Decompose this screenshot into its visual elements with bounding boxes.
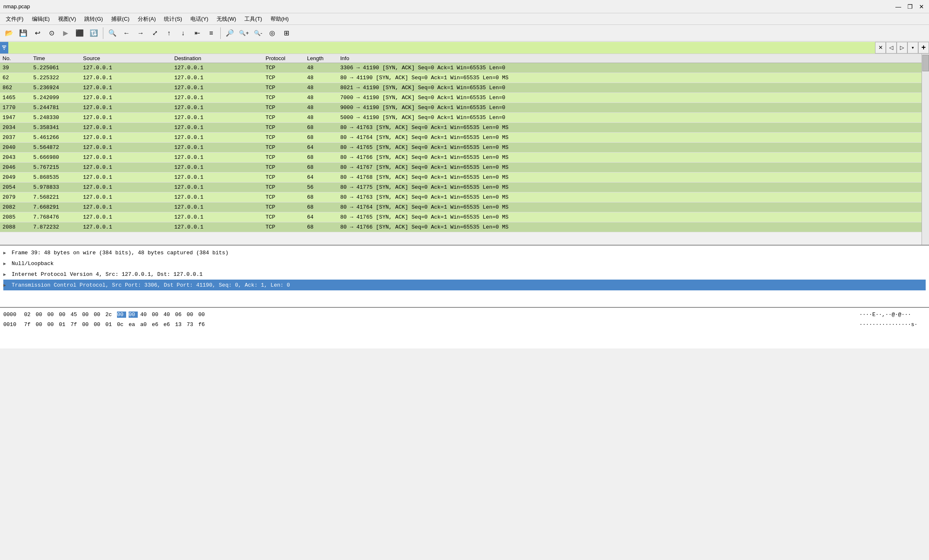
detail-row[interactable]: ▶Frame 39: 48 bytes on wire (384 bits), …: [3, 247, 926, 258]
restart-button[interactable]: 🔃: [87, 27, 100, 40]
menu-item-f[interactable]: 文件(F): [2, 15, 28, 24]
maximize-button[interactable]: ❐: [906, 2, 914, 11]
hex-byte[interactable]: e6: [152, 321, 161, 328]
hex-byte[interactable]: 7f: [71, 321, 80, 328]
detail-row[interactable]: ▶Null/Loopback: [3, 258, 926, 269]
table-row[interactable]: 2034 5.358341 127.0.0.1 127.0.0.1 TCP 68…: [0, 123, 922, 133]
hex-byte[interactable]: 2c: [105, 312, 115, 318]
table-row[interactable]: 2085 7.768476 127.0.0.1 127.0.0.1 TCP 64…: [0, 212, 922, 222]
table-row[interactable]: 2046 5.767215 127.0.0.1 127.0.0.1 TCP 68…: [0, 163, 922, 173]
hex-byte[interactable]: 00: [187, 312, 196, 318]
menu-item-c[interactable]: 捕获(C): [107, 15, 134, 24]
menu-item-e[interactable]: 编辑(E): [28, 15, 54, 24]
stop-capture-button[interactable]: ⬛: [73, 27, 86, 40]
cell-length: 68: [307, 194, 340, 200]
table-row[interactable]: 2049 5.868535 127.0.0.1 127.0.0.1 TCP 64…: [0, 173, 922, 183]
back-button[interactable]: ←: [120, 27, 133, 40]
minimize-button[interactable]: —: [894, 2, 902, 11]
prev-button[interactable]: ↑: [162, 27, 176, 40]
filter-left-button[interactable]: ◁: [886, 42, 897, 54]
hex-byte[interactable]: a0: [140, 321, 149, 328]
start-capture-button[interactable]: ▶: [59, 27, 72, 40]
menu-item-t[interactable]: 工具(T): [240, 15, 266, 24]
table-row[interactable]: 2043 5.666980 127.0.0.1 127.0.0.1 TCP 68…: [0, 153, 922, 163]
table-row[interactable]: 2088 7.872232 127.0.0.1 127.0.0.1 TCP 68…: [0, 222, 922, 232]
hex-byte[interactable]: 00: [47, 321, 56, 328]
first-button[interactable]: ⇤: [190, 27, 204, 40]
menu-item-a[interactable]: 分析(A): [134, 15, 160, 24]
reload-button[interactable]: ↩: [31, 27, 44, 40]
hex-byte[interactable]: 73: [187, 321, 196, 328]
filter-clear-button[interactable]: ✕: [875, 42, 886, 54]
menu-item-h[interactable]: 帮助(H): [266, 15, 293, 24]
hex-byte[interactable]: 45: [71, 312, 80, 318]
hex-byte[interactable]: 02: [24, 312, 33, 318]
hex-byte[interactable]: 01: [105, 321, 115, 328]
hex-byte[interactable]: 00: [59, 312, 68, 318]
hex-byte[interactable]: 00: [94, 312, 103, 318]
table-row[interactable]: 1947 5.248330 127.0.0.1 127.0.0.1 TCP 48…: [0, 113, 922, 123]
find-button[interactable]: 🔎: [223, 27, 237, 40]
table-row[interactable]: 862 5.236924 127.0.0.1 127.0.0.1 TCP 48 …: [0, 83, 922, 93]
zoom-in-2-button[interactable]: 🔍+: [237, 27, 251, 40]
hex-byte[interactable]: 01: [59, 321, 68, 328]
hex-byte[interactable]: 00: [82, 312, 91, 318]
menu-item-y[interactable]: 电话(Y): [186, 15, 212, 24]
menu-item-w[interactable]: 无线(W): [212, 15, 240, 24]
hex-byte[interactable]: 40: [163, 312, 173, 318]
last-button[interactable]: ≡: [205, 27, 218, 40]
hex-byte[interactable]: 00: [117, 312, 126, 318]
hex-byte[interactable]: 00: [47, 312, 56, 318]
capture-options-button[interactable]: ⊙: [45, 27, 58, 40]
forward-button[interactable]: →: [134, 27, 147, 40]
packet-list-container: No. Time Source Destination Protocol Len…: [0, 54, 929, 245]
goto-button[interactable]: ⤢: [148, 27, 161, 40]
menu-item-v[interactable]: 视图(V): [54, 15, 80, 24]
resize-columns-button[interactable]: ⊞: [280, 27, 293, 40]
save-button[interactable]: 💾: [17, 27, 30, 40]
hex-byte[interactable]: 40: [140, 312, 149, 318]
detail-row[interactable]: ▶Transmission Control Protocol, Src Port…: [3, 280, 926, 290]
hex-ascii: ····E··,··@·@···: [859, 312, 926, 318]
filter-input[interactable]: tcp.flags.syn==1 and tcp.flags.ack==1: [8, 42, 875, 54]
hex-byte[interactable]: 0c: [117, 321, 126, 328]
next-button[interactable]: ↓: [176, 27, 190, 40]
hex-byte[interactable]: 00: [94, 321, 103, 328]
hex-byte[interactable]: 00: [152, 312, 161, 318]
table-row[interactable]: 39 5.225061 127.0.0.1 127.0.0.1 TCP 48 3…: [0, 63, 922, 73]
table-row[interactable]: 2040 5.564872 127.0.0.1 127.0.0.1 TCP 64…: [0, 143, 922, 153]
table-row[interactable]: 62 5.225322 127.0.0.1 127.0.0.1 TCP 48 8…: [0, 73, 922, 83]
table-row[interactable]: 2079 7.568221 127.0.0.1 127.0.0.1 TCP 68…: [0, 192, 922, 202]
cell-no: 2082: [0, 204, 33, 210]
hex-byte[interactable]: f6: [198, 321, 207, 328]
cell-destination: 127.0.0.1: [174, 95, 266, 101]
hex-byte[interactable]: 00: [82, 321, 91, 328]
open-file-button[interactable]: 📂: [2, 27, 16, 40]
detail-row[interactable]: ▶Internet Protocol Version 4, Src: 127.0…: [3, 269, 926, 280]
filter-add-button[interactable]: +: [918, 42, 929, 54]
vertical-scrollbar[interactable]: [922, 54, 929, 245]
scrollbar-thumb[interactable]: [922, 55, 929, 71]
hex-byte[interactable]: 00: [198, 312, 207, 318]
table-row[interactable]: 2082 7.668291 127.0.0.1 127.0.0.1 TCP 68…: [0, 202, 922, 212]
zoom-out-button[interactable]: 🔍-: [251, 27, 265, 40]
menu-item-g[interactable]: 跳转(G): [80, 15, 107, 24]
menu-item-s[interactable]: 统计(S): [160, 15, 186, 24]
table-row[interactable]: 2037 5.461266 127.0.0.1 127.0.0.1 TCP 68…: [0, 133, 922, 143]
hex-byte[interactable]: 06: [175, 312, 184, 318]
hex-byte[interactable]: e6: [163, 321, 173, 328]
hex-byte[interactable]: 7f: [24, 321, 33, 328]
zoom-normal-button[interactable]: ◎: [266, 27, 279, 40]
filter-right-button[interactable]: ▷: [897, 42, 907, 54]
table-row[interactable]: 1770 5.244781 127.0.0.1 127.0.0.1 TCP 48…: [0, 103, 922, 113]
hex-byte[interactable]: 00: [129, 312, 138, 318]
zoom-in-button[interactable]: 🔍: [106, 27, 119, 40]
close-button[interactable]: ✕: [917, 2, 926, 11]
hex-byte[interactable]: 00: [36, 312, 45, 318]
hex-byte[interactable]: 00: [36, 321, 45, 328]
hex-byte[interactable]: ea: [129, 321, 138, 328]
table-row[interactable]: 2054 5.978833 127.0.0.1 127.0.0.1 TCP 56…: [0, 183, 922, 192]
filter-dropdown[interactable]: ▾: [907, 42, 918, 54]
hex-byte[interactable]: 13: [175, 321, 184, 328]
table-row[interactable]: 1465 5.242099 127.0.0.1 127.0.0.1 TCP 48…: [0, 93, 922, 103]
